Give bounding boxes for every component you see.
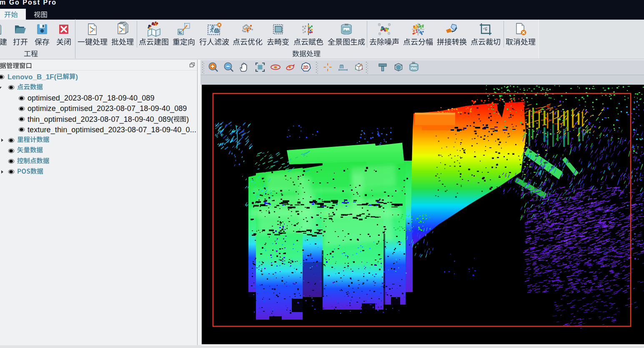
svg-text:2: 2 bbox=[123, 28, 125, 31]
svg-text:3: 3 bbox=[119, 30, 120, 33]
svg-text:2D: 2D bbox=[303, 65, 308, 70]
svg-text:3: 3 bbox=[90, 30, 91, 33]
svg-text:360: 360 bbox=[412, 62, 415, 64]
svg-text:2: 2 bbox=[94, 28, 95, 31]
svg-text:360: 360 bbox=[345, 23, 348, 26]
